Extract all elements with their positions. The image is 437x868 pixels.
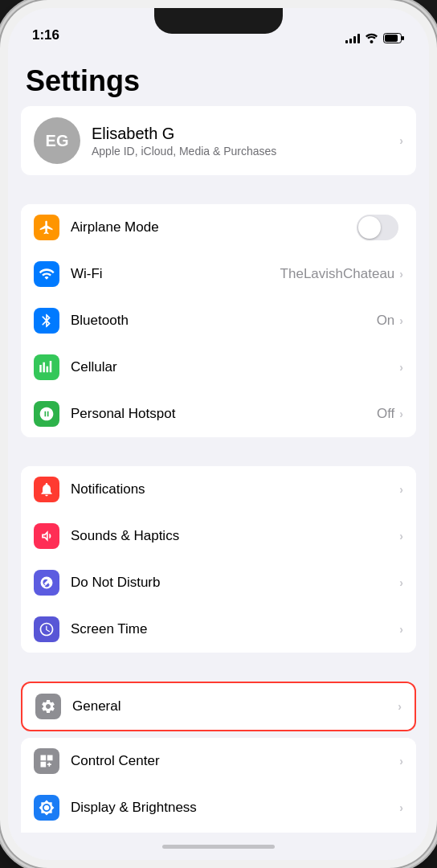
notifications-chevron: › bbox=[399, 483, 403, 496]
notch bbox=[154, 8, 283, 34]
status-icons bbox=[345, 33, 405, 43]
controlcenter-row-icon bbox=[34, 748, 59, 774]
sounds-label: Sounds & Haptics bbox=[71, 528, 399, 544]
general-chevron: › bbox=[398, 700, 402, 713]
profile-info: Elisabeth G Apple ID, iCloud, Media & Pu… bbox=[92, 125, 399, 158]
status-time: 1:16 bbox=[32, 27, 59, 43]
section-gap-3 bbox=[8, 653, 429, 682]
display-group: Control Center › Display & Brightness › bbox=[21, 738, 416, 833]
notifications-svg bbox=[39, 481, 55, 497]
donotdisturb-svg bbox=[39, 575, 55, 591]
display-row-icon bbox=[34, 795, 59, 821]
airplane-mode-toggle[interactable] bbox=[357, 215, 398, 240]
page-header: Settings bbox=[8, 48, 429, 106]
profile-chevron: › bbox=[399, 134, 403, 147]
donotdisturb-row-icon bbox=[34, 570, 59, 596]
display-label: Display & Brightness bbox=[71, 800, 399, 816]
cellular-chevron: › bbox=[399, 361, 403, 374]
svg-rect-3 bbox=[385, 35, 398, 42]
cellular-row-icon bbox=[34, 354, 59, 380]
cellular-row[interactable]: Cellular › bbox=[21, 344, 416, 391]
homescreen-row[interactable]: Home Screen › bbox=[21, 831, 416, 833]
profile-name: Elisabeth G bbox=[92, 125, 399, 143]
airplane-mode-row[interactable]: Airplane Mode bbox=[21, 204, 416, 251]
system-group: Notifications › Sounds & Haptics › bbox=[21, 466, 416, 653]
signal-bars bbox=[345, 33, 360, 43]
notifications-label: Notifications bbox=[71, 481, 399, 497]
donotdisturb-chevron: › bbox=[399, 576, 403, 589]
wifi-value: TheLavishChateau bbox=[280, 266, 395, 282]
general-label: General bbox=[72, 698, 398, 714]
airplane-mode-icon bbox=[34, 215, 59, 240]
airplane-svg bbox=[39, 219, 55, 235]
general-svg bbox=[40, 698, 56, 714]
section-gap-2 bbox=[8, 437, 429, 466]
network-group: Airplane Mode Wi-Fi TheLavis bbox=[21, 204, 416, 437]
signal-bar-3 bbox=[353, 36, 356, 43]
wifi-icon bbox=[365, 33, 378, 43]
controlcenter-label: Control Center bbox=[71, 753, 399, 769]
display-row[interactable]: Display & Brightness › bbox=[21, 784, 416, 831]
screentime-label: Screen Time bbox=[71, 621, 399, 637]
svg-point-0 bbox=[370, 40, 374, 43]
sounds-row[interactable]: Sounds & Haptics › bbox=[21, 513, 416, 559]
display-svg bbox=[39, 800, 55, 816]
signal-bar-2 bbox=[349, 39, 352, 43]
home-indicator bbox=[8, 833, 429, 860]
signal-bar-1 bbox=[345, 40, 348, 43]
hotspot-value: Off bbox=[377, 406, 394, 422]
cellular-svg bbox=[39, 359, 55, 375]
bluetooth-svg bbox=[39, 313, 55, 329]
controlcenter-svg bbox=[39, 753, 55, 769]
phone-frame: 1:16 bbox=[0, 0, 437, 868]
battery-icon bbox=[383, 33, 405, 43]
hotspot-row[interactable]: Personal Hotspot Off › bbox=[21, 391, 416, 437]
notifications-row-icon bbox=[34, 477, 59, 502]
profile-row[interactable]: EG Elisabeth G Apple ID, iCloud, Media &… bbox=[21, 106, 416, 175]
wifi-label: Wi-Fi bbox=[71, 266, 280, 282]
hotspot-label: Personal Hotspot bbox=[71, 406, 377, 422]
hotspot-row-icon bbox=[34, 401, 59, 427]
bluetooth-value: On bbox=[377, 313, 395, 329]
donotdisturb-row[interactable]: Do Not Disturb › bbox=[21, 559, 416, 606]
donotdisturb-label: Do Not Disturb bbox=[71, 575, 399, 591]
sounds-chevron: › bbox=[399, 530, 403, 542]
general-row-icon bbox=[35, 694, 61, 719]
toggle-knob bbox=[358, 216, 381, 239]
wifi-chevron: › bbox=[399, 268, 403, 280]
cellular-label: Cellular bbox=[71, 359, 399, 375]
section-gap-4 bbox=[8, 731, 429, 738]
sounds-row-icon bbox=[34, 523, 59, 549]
svg-rect-2 bbox=[402, 36, 404, 40]
page-title: Settings bbox=[26, 64, 411, 98]
avatar: EG bbox=[34, 117, 80, 164]
notifications-row[interactable]: Notifications › bbox=[21, 466, 416, 513]
screentime-chevron: › bbox=[399, 623, 403, 636]
settings-scroll[interactable]: Settings EG Elisabeth G Apple ID, iCloud… bbox=[8, 48, 429, 833]
hotspot-chevron: › bbox=[399, 407, 403, 420]
bluetooth-row-icon bbox=[34, 308, 59, 334]
screentime-row[interactable]: Screen Time › bbox=[21, 606, 416, 653]
screentime-row-icon bbox=[34, 616, 59, 642]
bluetooth-chevron: › bbox=[399, 314, 403, 327]
controlcenter-row[interactable]: Control Center › bbox=[21, 738, 416, 784]
airplane-mode-label: Airplane Mode bbox=[71, 219, 357, 235]
bluetooth-label: Bluetooth bbox=[71, 313, 377, 329]
wifi-row-icon bbox=[34, 261, 59, 287]
sounds-svg bbox=[39, 528, 55, 544]
controlcenter-chevron: › bbox=[399, 755, 403, 768]
screentime-svg bbox=[39, 621, 55, 637]
general-row[interactable]: General › bbox=[22, 683, 415, 730]
screen: 1:16 bbox=[8, 8, 429, 860]
wifi-svg bbox=[39, 266, 55, 282]
hotspot-svg bbox=[39, 406, 55, 422]
home-bar bbox=[162, 845, 275, 849]
wifi-row[interactable]: Wi-Fi TheLavishChateau › bbox=[21, 251, 416, 297]
display-chevron: › bbox=[399, 801, 403, 814]
general-highlighted: General › bbox=[21, 682, 416, 731]
bluetooth-row[interactable]: Bluetooth On › bbox=[21, 297, 416, 344]
section-gap-1 bbox=[8, 175, 429, 204]
content-area: Settings EG Elisabeth G Apple ID, iCloud… bbox=[8, 48, 429, 833]
profile-subtitle: Apple ID, iCloud, Media & Purchases bbox=[92, 145, 399, 158]
signal-bar-4 bbox=[357, 34, 360, 43]
